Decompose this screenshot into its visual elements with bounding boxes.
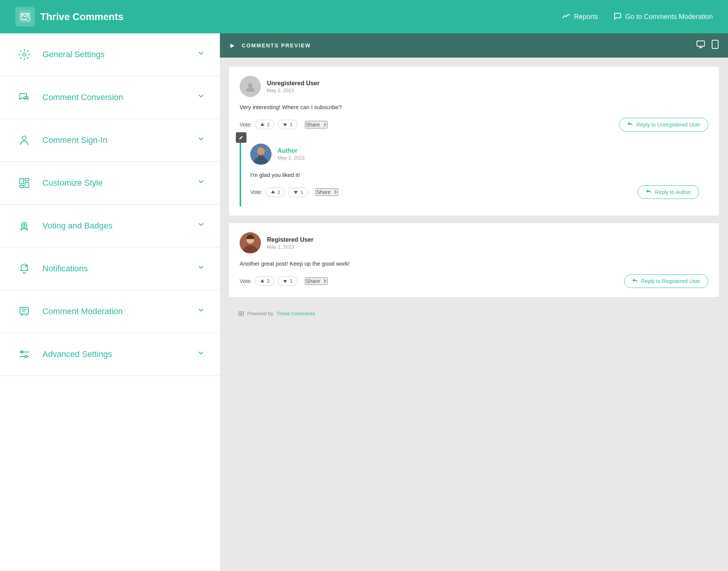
author-username: Author [278,147,305,154]
upvote-count-author: 2 [278,189,280,195]
comment-conversion-chevron [197,92,205,102]
sidebar-item-general-settings[interactable]: General Settings [0,33,220,76]
preview-view-icons [696,40,719,51]
upvote-button-registered[interactable]: 2 [255,276,275,286]
registered-comment-actions: Vote: 2 1 Share [240,274,708,288]
general-settings-label: General Settings [42,50,197,59]
vote-label-author: Vote: [250,189,262,195]
general-settings-icon [15,45,33,64]
upvote-count-registered: 2 [267,278,270,284]
comment-conversion-icon [15,88,33,106]
unregistered-date: May 2, 2023 [267,88,320,93]
customize-style-icon [15,174,33,192]
downvote-count-registered: 1 [290,278,292,284]
reply-icon-registered [632,278,638,285]
reports-nav-item[interactable]: Reports [562,12,598,22]
downvote-button-registered[interactable]: 1 [278,276,297,286]
comments-area: Unregistered User May 2, 2023 Very inter… [220,58,728,332]
mobile-view-icon[interactable] [711,40,719,51]
unregistered-user-info: Unregistered User May 2, 2023 [267,80,320,93]
svg-point-14 [715,47,715,47]
voting-badges-icon [15,217,33,235]
unregistered-username: Unregistered User [267,80,320,87]
reply-button-unregistered[interactable]: Reply to Unregistered User [619,118,708,131]
powered-by-section: Powered by Thrive Comments [229,305,719,323]
reports-icon [562,12,570,22]
reply-button-registered[interactable]: Reply to Registered User [624,274,708,288]
moderation-icon [613,12,621,22]
notifications-label: Notifications [42,264,197,274]
sidebar-item-customize-style[interactable]: Customize Style [0,162,220,205]
reply-icon-unregistered [627,121,633,128]
customize-style-chevron [197,178,205,188]
vote-label-registered: Vote: [240,278,252,284]
sidebar-item-voting-badges[interactable]: Voting and Badges [0,205,220,247]
powered-by-text: Powered by [247,311,273,316]
downvote-button-unregistered[interactable]: 1 [278,120,297,129]
sidebar: General Settings Comment Conversion [0,33,220,571]
comment-card-registered: Registered User May 2, 2023 Another grea… [229,223,719,297]
header-nav: Reports Go to Comments Moderation [562,12,713,22]
voting-badges-label: Voting and Badges [42,221,197,231]
preview-expand-icon[interactable]: ► [229,42,236,50]
reply-label-author: Reply to Author [655,189,691,195]
comment-moderation-chevron [197,307,205,316]
reports-label: Reports [574,13,598,21]
reply-icon-author [646,189,652,196]
powered-by-link[interactable]: Thrive Comments [276,311,315,316]
general-settings-chevron [197,50,205,59]
unregistered-comment-body: Very interesting! Where can I subscribe? [240,103,708,112]
share-button-unregistered[interactable]: Share [305,121,327,128]
upvote-button-unregistered[interactable]: 2 [255,120,275,129]
unregistered-vote-section: Vote: 2 1 Share [240,120,619,129]
comment-sign-in-label: Comment Sign-In [42,135,197,145]
downvote-button-author[interactable]: 1 [288,188,308,197]
main-layout: General Settings Comment Conversion [0,33,728,571]
svg-rect-7 [20,185,24,188]
svg-point-11 [25,355,27,358]
advanced-settings-chevron [197,349,205,359]
advanced-settings-icon [15,345,33,363]
author-date: May 2, 2023 [278,155,305,161]
nested-comment-author: Author May 2, 2023 I'm glad you liked it… [240,136,708,207]
registered-username: Registered User [267,236,314,243]
reply-label-registered: Reply to Registered User [641,278,700,284]
author-comment-actions: Vote: 2 1 Share [250,185,699,199]
notifications-icon [15,260,33,278]
svg-rect-12 [697,41,704,46]
registered-vote-section: Vote: 2 1 Share [240,276,624,286]
svg-point-17 [257,147,265,155]
comment-header-unregistered: Unregistered User May 2, 2023 [240,76,708,97]
comment-moderation-icon [15,302,33,321]
svg-rect-5 [25,178,29,181]
author-vote-section: Vote: 2 1 Share [250,188,638,197]
unregistered-comment-actions: Vote: 2 1 Share [240,118,708,131]
registered-avatar [240,232,261,253]
upvote-button-author[interactable]: 2 [265,188,285,197]
reply-button-author[interactable]: Reply to Author [638,185,699,199]
logo-icon [15,7,35,27]
comment-moderation-label: Comment Moderation [42,307,197,316]
svg-point-2 [23,53,26,56]
sidebar-item-comment-sign-in[interactable]: Comment Sign-In [0,119,220,162]
share-button-author[interactable]: Share [315,188,338,196]
desktop-view-icon[interactable] [696,40,705,51]
app-title: Thrive Comments [40,11,124,23]
preview-panel: ► COMMENTS PREVIEW [220,33,728,571]
moderation-nav-item[interactable]: Go to Comments Moderation [613,12,713,22]
svg-point-9 [25,264,28,267]
author-user-info: Author May 2, 2023 [278,147,305,161]
downvote-count-unregistered: 1 [290,122,292,127]
sidebar-item-comment-conversion[interactable]: Comment Conversion [0,76,220,119]
nested-comment-wrapper: Author May 2, 2023 I'm glad you liked it… [240,136,708,207]
comment-sign-in-icon [15,131,33,149]
sidebar-item-advanced-settings[interactable]: Advanced Settings [0,333,220,376]
author-avatar [250,144,271,165]
advanced-settings-label: Advanced Settings [42,349,197,359]
edit-icon-badge [236,132,246,143]
share-button-registered[interactable]: Share [305,277,327,285]
sidebar-item-comment-moderation[interactable]: Comment Moderation [0,290,220,333]
sidebar-item-notifications[interactable]: Notifications [0,247,220,290]
logo-area: Thrive Comments [15,7,124,27]
registered-date: May 2, 2023 [267,244,314,250]
